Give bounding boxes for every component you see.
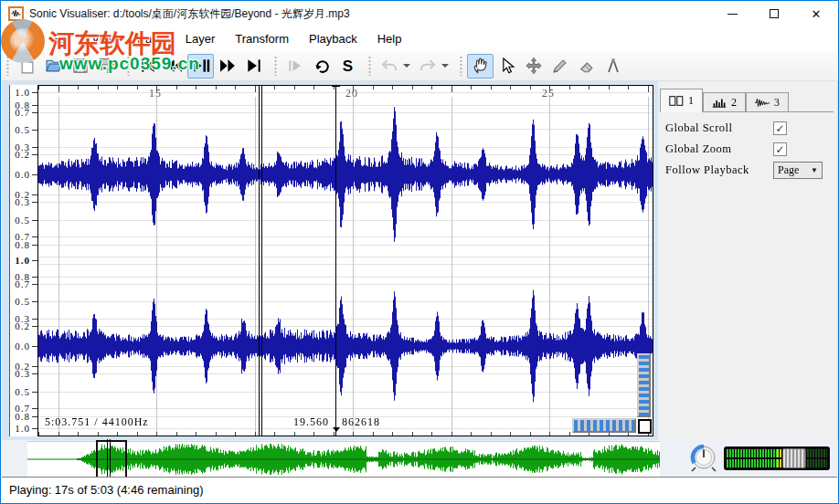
- constrain-playback-button[interactable]: [281, 54, 308, 79]
- ruler-label: 25: [542, 87, 555, 100]
- forward-to-end-button[interactable]: [240, 54, 267, 79]
- undo-icon: [380, 57, 398, 75]
- menu-file[interactable]: File: [2, 26, 41, 51]
- play-pause-button[interactable]: [187, 54, 214, 79]
- follow-playback-label: Follow Playback: [665, 163, 773, 177]
- meter-left-channel: [727, 449, 827, 457]
- property-row: Global Scroll✓: [665, 120, 835, 137]
- pane-tabbar: 123: [660, 89, 834, 112]
- undo-button[interactable]: [376, 54, 402, 79]
- play-pause-icon: [192, 57, 210, 75]
- properties-panel: 123 Global Scroll✓Global Zoom✓Follow Pla…: [658, 81, 837, 440]
- scale-value: 0.2: [15, 189, 30, 200]
- scale-value: 1.0: [15, 423, 30, 434]
- toolbar-group-transport: [124, 54, 267, 79]
- scale-value: 0.0: [15, 341, 30, 352]
- tab-label: 2: [731, 96, 737, 110]
- statusbar: Playing: 17s of 5:03 (4:46 remaining): [2, 477, 837, 502]
- menu-help[interactable]: Help: [367, 26, 412, 51]
- follow-playback-select[interactable]: Page▼: [773, 162, 823, 179]
- move-icon: [525, 57, 543, 75]
- checkmark-icon: ✓: [775, 123, 784, 134]
- menu-pane[interactable]: Pane: [127, 26, 175, 51]
- view-rectangle[interactable]: [96, 440, 128, 478]
- pane-tab-2[interactable]: 2: [703, 92, 746, 111]
- status-text: Playing: 17s of 5:03 (4:46 remaining): [9, 483, 203, 497]
- solo-icon: S: [343, 58, 353, 74]
- redo-icon: [419, 57, 437, 75]
- layout-panes-icon: [669, 95, 684, 107]
- select-value: Page: [778, 163, 799, 177]
- hand-icon: [472, 57, 490, 75]
- maximize-button[interactable]: [753, 1, 795, 26]
- scale-value: 0.5: [15, 386, 30, 397]
- save-button[interactable]: [67, 54, 93, 79]
- cursor-time-readout: 19.560: [258, 415, 329, 429]
- level-meter[interactable]: [724, 446, 830, 470]
- playback-speed-dial[interactable]: [687, 442, 720, 475]
- zoom-reset-button[interactable]: [638, 419, 652, 434]
- toolbar-group-play-mode: S: [271, 54, 361, 79]
- horizontal-zoom-wheel[interactable]: [572, 418, 636, 433]
- position-cursor: [335, 86, 336, 436]
- toolbar-group-file: [4, 54, 120, 79]
- select-caret-icon: ▼: [811, 166, 818, 174]
- solo-button[interactable]: S: [335, 54, 361, 79]
- open-button[interactable]: [40, 54, 67, 79]
- menu-view[interactable]: View: [81, 26, 127, 51]
- redo-button[interactable]: [414, 54, 441, 79]
- menu-playback[interactable]: Playback: [299, 26, 367, 51]
- vertical-zoom-wheel[interactable]: [637, 353, 651, 417]
- folder-open-icon: [45, 57, 63, 75]
- navigate-tool-button[interactable]: [467, 54, 494, 79]
- global-scroll-checkbox[interactable]: ✓: [773, 121, 787, 135]
- select-tool-button[interactable]: [494, 54, 520, 79]
- close-button[interactable]: ✕: [795, 1, 837, 26]
- menubar: FileEditViewPaneLayerTransformPlaybackHe…: [2, 26, 837, 51]
- toolbar-group-handle[interactable]: [5, 56, 10, 76]
- pane-tab-1[interactable]: 1: [660, 89, 703, 111]
- toolbar-group-handle[interactable]: [126, 56, 131, 76]
- menu-transform[interactable]: Transform: [225, 26, 299, 51]
- minimize-button[interactable]: [711, 1, 753, 26]
- redo-dropdown-caret-icon[interactable]: [441, 64, 449, 68]
- fast-forward-button[interactable]: [214, 54, 240, 79]
- rewind-to-start-button[interactable]: [134, 54, 161, 79]
- menu-edit[interactable]: Edit: [41, 26, 81, 51]
- duration-readout: 5:03.751 / 44100Hz: [45, 415, 149, 429]
- toolbar-group-handle[interactable]: [367, 56, 372, 76]
- waveform-canvas[interactable]: [38, 86, 653, 436]
- save-as-icon: [98, 57, 116, 75]
- save-as-button[interactable]: [93, 54, 120, 79]
- overview-playback-cursor: [107, 439, 111, 479]
- rewind-button[interactable]: [161, 54, 187, 79]
- page-icon: [18, 57, 37, 75]
- global-zoom-checkbox[interactable]: ✓: [773, 142, 787, 156]
- menu-layer[interactable]: Layer: [175, 26, 226, 51]
- loop-icon: [313, 57, 331, 75]
- draw-tool-button[interactable]: [547, 54, 573, 79]
- new-session-button[interactable]: [14, 54, 40, 79]
- overview-row: [2, 440, 839, 478]
- window-controls: ✕: [711, 1, 837, 26]
- scale-value: 0.5: [15, 215, 30, 226]
- global-scroll-label: Global Scroll: [665, 121, 773, 135]
- toolbar-group-handle[interactable]: [459, 56, 463, 76]
- overview-panner[interactable]: [27, 441, 660, 476]
- measure-tool-button[interactable]: [600, 54, 626, 79]
- measure-icon: [604, 57, 622, 75]
- tab-label: 1: [688, 94, 694, 108]
- edit-tool-button[interactable]: [520, 54, 547, 79]
- loop-playback-button[interactable]: [308, 54, 335, 79]
- volume-fader[interactable]: [782, 448, 807, 468]
- titlebar: Sonic Visualiser: d:/tools/桌面/河东软件园/Beyo…: [2, 1, 837, 26]
- toolbar-group-handle[interactable]: [273, 56, 278, 76]
- scale-value: 0.7: [15, 403, 30, 414]
- ruler-label: 15: [149, 87, 162, 100]
- pane-tab-3[interactable]: 3: [746, 92, 789, 111]
- erase-tool-button[interactable]: [573, 54, 600, 79]
- undo-dropdown-caret-icon[interactable]: [403, 64, 410, 68]
- scale-value: 1.0: [15, 87, 30, 98]
- waveform-pane[interactable]: 152025 5:03.751 / 44100Hz 19.560 862618: [37, 85, 653, 436]
- scale-value: 0.7: [15, 231, 30, 242]
